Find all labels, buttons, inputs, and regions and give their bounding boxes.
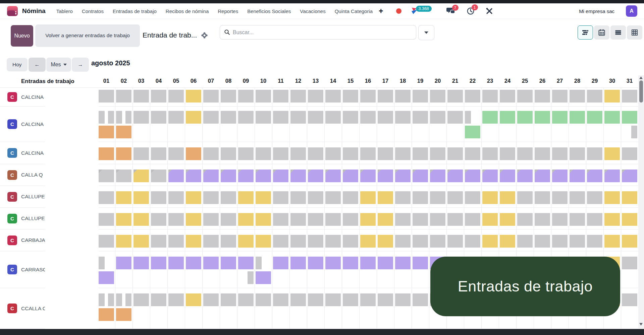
messages-button[interactable]: 7	[446, 7, 455, 15]
gantt-cell-day-09[interactable]	[238, 235, 254, 248]
gantt-cell-day-13[interactable]	[308, 213, 323, 226]
gantt-cell-day-12[interactable]	[290, 293, 306, 306]
gantt-cell-day-01[interactable]	[99, 293, 105, 306]
gantt-cell-day-25[interactable]	[517, 235, 533, 248]
gantt-cell-day-17[interactable]	[378, 235, 393, 248]
gantt-cell-day-22[interactable]	[465, 235, 480, 248]
gantt-cell-day-12[interactable]	[290, 213, 306, 226]
gantt-cell-day-31[interactable]	[622, 191, 637, 204]
view-list-button[interactable]	[610, 25, 626, 40]
gantt-cell-day-23[interactable]	[482, 235, 498, 248]
view-pivot-button[interactable]	[627, 25, 642, 40]
gantt-cell-day-16[interactable]	[360, 191, 376, 204]
gantt-cell-day-14[interactable]	[325, 147, 341, 160]
gantt-cell-day-28[interactable]	[570, 170, 585, 182]
gantt-cell-day-14[interactable]	[325, 293, 341, 306]
gantt-cell-day-30[interactable]	[604, 90, 620, 103]
gantt-cell-day-16[interactable]	[360, 257, 376, 269]
gantt-cell-day-15[interactable]	[343, 257, 358, 269]
gantt-cell-day-10[interactable]	[256, 90, 271, 103]
gantt-cell-day-06[interactable]	[186, 170, 201, 182]
gantt-cell-day-04[interactable]	[151, 147, 166, 160]
gantt-cell-day-25[interactable]	[517, 191, 533, 204]
gantt-cell-day-02[interactable]	[116, 257, 131, 269]
gantt-cell-day-01[interactable]	[99, 271, 114, 284]
gantt-cell-day-10[interactable]	[256, 235, 271, 248]
employee-row-header[interactable]: CCARRASC	[0, 251, 52, 288]
gantt-cell-day-08[interactable]	[221, 213, 236, 226]
gantt-cell-day-01[interactable]	[99, 126, 114, 138]
gantt-cell-day-12[interactable]	[290, 90, 306, 103]
gantt-cell-day-22[interactable]	[465, 170, 480, 182]
gantt-cell-day-07[interactable]	[203, 90, 219, 103]
menu-item-contratos[interactable]: Contratos	[82, 8, 104, 14]
today-button[interactable]: Hoy	[7, 58, 28, 71]
gantt-cell-day-05[interactable]	[168, 170, 184, 182]
gantt-cell-day-16[interactable]	[360, 111, 376, 124]
gantt-cell-day-17[interactable]	[378, 293, 393, 306]
gantt-cell-day-14[interactable]	[325, 170, 341, 182]
gantt-cell-day-15[interactable]	[343, 170, 358, 182]
search-input[interactable]	[220, 25, 416, 40]
gantt-cell-day-11[interactable]	[273, 191, 288, 204]
gantt-cell-day-19[interactable]	[413, 111, 428, 124]
gantt-cell-day-11[interactable]	[273, 170, 288, 182]
gantt-cell-day-15[interactable]	[343, 147, 358, 160]
gantt-cell-day-03[interactable]	[133, 191, 149, 204]
gantt-cell-day-28[interactable]	[570, 213, 585, 226]
gantt-cell-day-28[interactable]	[570, 147, 585, 160]
gantt-cell-day-02[interactable]	[125, 293, 131, 306]
gantt-cell-day-05[interactable]	[168, 90, 184, 103]
gantt-cell-day-04[interactable]	[151, 191, 166, 204]
gantt-cell-day-04[interactable]	[151, 257, 166, 269]
gantt-cell-day-08[interactable]	[221, 90, 236, 103]
gantt-cell-day-19[interactable]	[413, 90, 428, 103]
gantt-cell-day-28[interactable]	[570, 111, 585, 124]
gantt-cell-day-26[interactable]	[535, 213, 550, 226]
gantt-cell-day-05[interactable]	[168, 235, 184, 248]
gantt-cell-day-14[interactable]	[325, 111, 341, 124]
gantt-cell-day-18[interactable]	[395, 191, 411, 204]
gantt-cell-day-11[interactable]	[273, 293, 288, 306]
gantt-cell-day-29[interactable]	[587, 147, 602, 160]
gantt-cell-day-16[interactable]	[360, 293, 376, 306]
gantt-cell-day-27[interactable]	[552, 90, 568, 103]
gantt-cell-day-03[interactable]	[133, 147, 149, 160]
gantt-cell-day-08[interactable]	[221, 147, 236, 160]
gantt-cell-day-02[interactable]	[125, 111, 131, 124]
gantt-cell-day-19[interactable]	[413, 257, 428, 269]
gantt-cell-day-21[interactable]	[447, 213, 463, 226]
employee-row-header[interactable]: CCALLA Q	[0, 164, 52, 186]
gantt-cell-day-11[interactable]	[273, 235, 288, 248]
user-avatar[interactable]: A	[626, 5, 637, 17]
gantt-cell-day-10[interactable]	[256, 257, 262, 269]
gantt-cell-day-12[interactable]	[290, 191, 306, 204]
gantt-cell-day-06[interactable]	[186, 257, 201, 269]
regenerate-entries-button[interactable]: Volver a generar entradas de trabajo	[35, 24, 140, 47]
prev-period-button[interactable]: ←	[29, 58, 46, 72]
gantt-cell-day-13[interactable]	[308, 257, 323, 269]
employee-row-header[interactable]: CCCALLA C	[0, 288, 52, 329]
gantt-cell-day-28[interactable]	[570, 191, 585, 204]
gantt-cell-day-01[interactable]	[99, 147, 114, 160]
gantt-cell-day-06[interactable]	[186, 90, 201, 103]
menu-item-entradas-de-trabajo[interactable]: Entradas de trabajo	[113, 8, 157, 14]
gantt-cell-day-25[interactable]	[517, 147, 533, 160]
gantt-cell-day-26[interactable]	[535, 147, 550, 160]
gantt-cell-day-02[interactable]	[116, 90, 131, 103]
gantt-cell-day-04[interactable]	[151, 111, 166, 124]
view-calendar-button[interactable]	[594, 25, 609, 40]
gantt-cell-day-09[interactable]	[238, 213, 254, 226]
gantt-cell-day-21[interactable]	[447, 147, 463, 160]
gantt-cell-day-23[interactable]	[482, 90, 498, 103]
gantt-cell-day-02[interactable]	[116, 170, 131, 182]
employee-row-header[interactable]: CCALCINA	[0, 142, 52, 164]
gantt-cell-day-19[interactable]	[413, 170, 428, 182]
gantt-cell-day-06[interactable]	[186, 293, 201, 306]
gantt-cell-day-29[interactable]	[587, 235, 602, 248]
gantt-cell-day-03[interactable]	[133, 235, 149, 248]
gantt-cell-day-15[interactable]	[343, 111, 358, 124]
gantt-cell-day-03[interactable]	[133, 111, 149, 124]
scale-selector[interactable]: Mes	[46, 58, 71, 72]
gantt-cell-day-03[interactable]	[133, 170, 149, 182]
